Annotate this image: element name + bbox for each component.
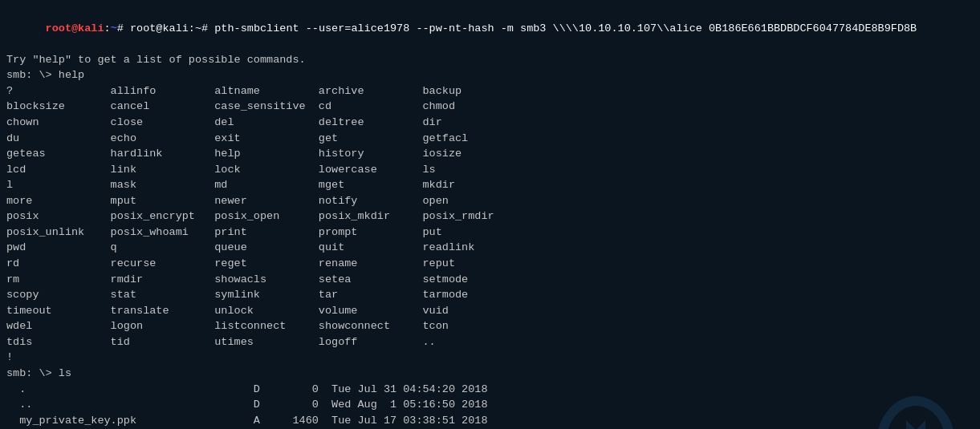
help-row-13: rm rmdir showacls setea setmode bbox=[6, 272, 974, 288]
help-row-16: wdel logon listconnect showconnect tcon bbox=[6, 318, 974, 334]
help-row-4: du echo exit get getfacl bbox=[6, 131, 974, 147]
help-row-7: l mask md mget mkdir bbox=[6, 177, 974, 193]
help-row-2: blocksize cancel case_sensitive cd chmod bbox=[6, 99, 974, 115]
terminal-window: root@kali:~# root@kali:~# pth-smbclient … bbox=[0, 0, 980, 429]
help-row-6: lcd link lock lowercase ls bbox=[6, 162, 974, 178]
path: ~ bbox=[111, 22, 117, 34]
colon: : bbox=[104, 22, 111, 34]
help-row-12: rd recurse reget rename reput bbox=[6, 256, 974, 272]
help-row-11: pwd q queue quit readlink bbox=[6, 240, 974, 256]
command-line: root@kali:~# root@kali:~# pth-smbclient … bbox=[6, 5, 974, 52]
help-row-1: ? allinfo altname archive backup bbox=[6, 83, 974, 99]
help-row-5: geteas hardlink help history iosize bbox=[6, 146, 974, 162]
output-line-try: Try "help" to get a list of possible com… bbox=[6, 52, 974, 68]
ls-row-3: my_private_key.ppk A 1460 Tue Jul 17 03:… bbox=[6, 413, 974, 429]
smb-ls-line: smb: \> ls bbox=[6, 366, 974, 382]
help-row-15: timeout translate unlock volume vuid bbox=[6, 303, 974, 319]
help-row-exclaim: ! bbox=[6, 350, 974, 366]
help-row-17: tdis tid utimes logoff .. bbox=[6, 334, 974, 350]
user-host: root@kali bbox=[46, 22, 104, 34]
command-text: root@kali:~# pth-smbclient --user=alice1… bbox=[130, 22, 917, 34]
smb-help-line: smb: \> help bbox=[6, 67, 974, 83]
hash: # bbox=[117, 22, 130, 34]
help-row-10: posix_unlink posix_whoami print prompt p… bbox=[6, 225, 974, 241]
terminal-output: root@kali:~# root@kali:~# pth-smbclient … bbox=[6, 5, 974, 429]
help-row-3: chown close del deltree dir bbox=[6, 115, 974, 131]
ls-row-2: .. D 0 Wed Aug 1 05:16:50 2018 bbox=[6, 397, 974, 413]
help-row-14: scopy stat symlink tar tarmode bbox=[6, 287, 974, 303]
ls-row-1: . D 0 Tue Jul 31 04:54:20 2018 bbox=[6, 382, 974, 398]
help-row-9: posix posix_encrypt posix_open posix_mkd… bbox=[6, 208, 974, 225]
help-row-8: more mput newer notify open bbox=[6, 193, 974, 209]
